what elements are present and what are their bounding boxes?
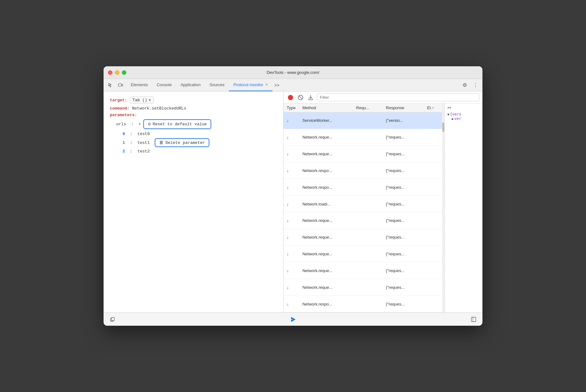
svg-rect-1 [122,84,123,86]
cell-type: ↓ [284,196,299,212]
cell-response: {"reques... [383,212,424,229]
table-row[interactable]: ↓ Network.reque... {"reques... [284,262,442,279]
reset-to-default-button[interactable]: ⊘ Reset to default value [143,119,211,129]
send-button[interactable] [289,316,297,323]
device-toggle-icon[interactable] [116,81,125,90]
cell-requ [353,162,383,179]
cell-method: Network.reque... [299,129,353,146]
cell-type: ↓ [284,212,299,229]
table-row[interactable]: ↓ Network.reque... {"reques... [284,246,442,262]
cell-type: ↓ [284,146,299,162]
copy-panel-icon[interactable] [108,315,117,324]
col-header-el[interactable]: El.↑ [424,104,442,112]
cell-type: ↓ [284,129,299,146]
tab-sources[interactable]: Sources [205,79,229,91]
cell-el [424,179,442,196]
item-value-0: test0 [137,132,150,136]
table-row[interactable]: ↓ Network.reque... {"reques... [284,229,442,246]
tab-elements[interactable]: Elements [126,79,152,91]
stop-recording-button[interactable] [287,94,294,101]
param-item-2: 2 : test2 [123,149,277,154]
table-row[interactable]: ↓ Network.loadi... {"reques... [284,196,442,212]
table-row[interactable]: ↓ Network.reque... {"reques... [284,129,442,146]
dock-panel-icon[interactable] [469,315,478,324]
tab-console[interactable]: Console [152,79,176,91]
svg-rect-9 [471,317,476,322]
minimize-button[interactable] [115,70,119,75]
reset-icon: ⊘ [148,121,151,127]
cell-response: {"reques... [383,296,424,312]
table-row[interactable]: ↓ Network.respo... {"reques... [284,179,442,196]
cell-el [424,146,442,162]
tab-application[interactable]: Application [176,79,205,91]
titlebar: DevTools - www.google.com/ [104,66,482,79]
select-element-icon[interactable] [106,81,115,90]
cell-method: Network.reque... [299,279,353,296]
cell-requ [353,262,383,279]
item-index-0: 0 [123,132,125,136]
target-row: target: Tab () ▾ [110,97,277,104]
close-button[interactable] [108,70,112,75]
col-header-requ[interactable]: Requ... [353,104,383,112]
col-header-response[interactable]: Response [383,104,424,112]
item-value-2: test2 [137,149,150,154]
tab-close-icon[interactable]: ✕ [265,83,268,87]
param-item-1: 1 : test1 🗑 Delete parameter [123,138,277,147]
cell-response: {"reques... [383,262,424,279]
target-label: target: [110,98,127,103]
more-options-icon[interactable]: ⋮ [471,81,480,90]
cell-method: ServiceWorker... [299,112,353,129]
json-tree-child: ver [454,116,461,121]
window-title: DevTools - www.google.com/ [267,70,320,75]
cell-type: ↓ [284,246,299,262]
toolbar: Elements Console Application Sources Pro… [104,79,482,92]
maximize-button[interactable] [122,70,126,75]
filter-input[interactable] [317,93,479,101]
table-row[interactable]: ↓ Network.respo... {"reques... [284,162,442,179]
devtools-window: DevTools - www.google.com/ Elements Cons… [104,66,482,326]
export-button[interactable] [307,94,314,101]
protocol-table-container: Type Method Requ... Response [284,104,442,312]
cell-type: ↓ [284,279,299,296]
delete-parameter-button[interactable]: 🗑 Delete parameter [155,138,209,147]
table-row[interactable]: ↓ Network.respo... {"reques... [284,296,442,312]
cell-method: Network.reque... [299,146,353,162]
urls-row: urls : + ⊘ Reset to default value [116,119,277,129]
cell-el [424,229,442,246]
cell-method: Network.reque... [299,246,353,262]
cell-method: Network.respo... [299,179,353,196]
urls-label: urls [116,122,126,127]
svg-rect-0 [118,84,122,86]
scrollbar-thumb[interactable] [442,122,444,132]
parameters-label: parameters: [110,113,137,117]
cell-el [424,112,442,129]
cell-requ [353,212,383,229]
cell-method: Network.respo... [299,296,353,312]
scrollbar[interactable] [442,104,445,312]
cell-requ [353,196,383,212]
cell-requ [353,179,383,196]
table-row[interactable]: ↓ Network.reque... {"reques... [284,212,442,229]
tab-protocol-monitor[interactable]: Protocol monitor ✕ [229,79,272,91]
item-index-2: 2 [123,149,125,154]
col-header-method[interactable]: Method [299,104,353,112]
cell-el [424,262,442,279]
table-row[interactable]: ↓ ServiceWorker... {"versio... [284,112,442,129]
cell-method: Network.reque... [299,262,353,279]
settings-icon[interactable]: ⚙ [460,81,469,90]
cell-requ [353,279,383,296]
table-row[interactable]: ↓ Network.reque... {"reques... [284,279,442,296]
traffic-lights [108,70,126,75]
json-tree: ▼ {vers ▶ ver [447,112,480,121]
clear-button[interactable] [297,94,304,101]
cell-el [424,129,442,146]
cell-response: {"reques... [383,246,424,262]
tab-selector[interactable]: Tab () ▾ [130,97,154,104]
cell-response: {"reques... [383,229,424,246]
protocol-toolbar [284,92,482,104]
table-row[interactable]: ↓ Network.reque... {"reques... [284,146,442,162]
cell-response: {"reques... [383,179,424,196]
more-cols-button[interactable]: >> [447,106,451,110]
cell-requ [353,146,383,162]
more-tabs-button[interactable]: >> [272,81,281,90]
